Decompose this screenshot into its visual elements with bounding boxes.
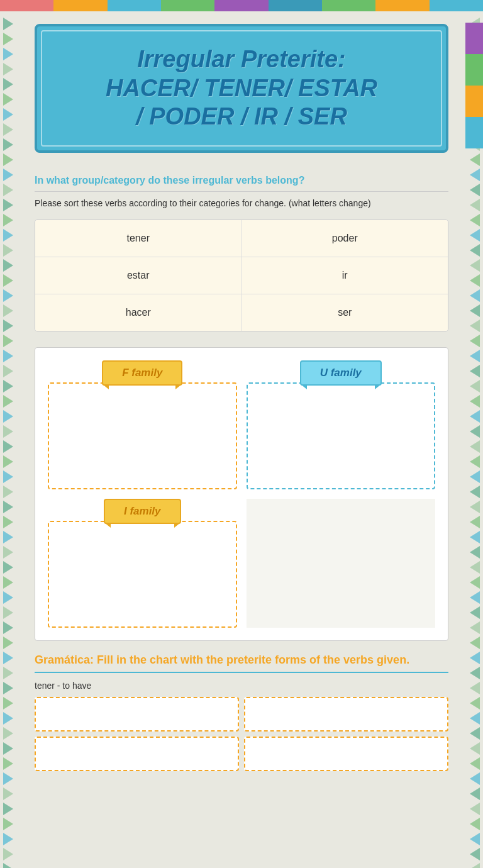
right-tri: [470, 652, 480, 664]
right-tri: [470, 757, 480, 770]
right-tri: [470, 259, 480, 272]
f-family-label: F family: [102, 360, 182, 386]
right-tri: [470, 123, 480, 136]
right-tri: [470, 576, 480, 589]
left-tri: [3, 108, 13, 121]
banner-seg-8: [375, 0, 429, 11]
left-tri: [3, 48, 13, 60]
verb-cell-poder[interactable]: poder: [242, 220, 448, 257]
right-tri: [470, 546, 480, 559]
u-family-banner: U family: [247, 360, 436, 386]
right-tri: [470, 184, 480, 196]
i-family-label: I family: [104, 499, 181, 524]
top-banner: [0, 0, 483, 11]
left-tri: [3, 123, 13, 136]
left-tri: [3, 637, 13, 649]
right-tri: [470, 78, 480, 91]
left-tri: [3, 229, 13, 242]
left-tri: [3, 757, 13, 770]
left-tri: [3, 455, 13, 468]
right-tri: [470, 486, 480, 498]
left-tri: [3, 486, 13, 498]
right-tri: [470, 93, 480, 106]
i-family-banner: I family: [48, 499, 237, 524]
conj-cell-1[interactable]: [35, 697, 239, 732]
left-tri: [3, 425, 13, 438]
banner-seg-4: [161, 0, 214, 11]
f-family-dropzone[interactable]: [48, 382, 237, 489]
verb-cell-ser[interactable]: ser: [242, 294, 448, 331]
left-tri: [3, 561, 13, 574]
right-tri: [470, 606, 480, 619]
banner-seg-2: [53, 0, 107, 11]
main-content: Irregular Preterite: HACER/ TENER/ ESTAR…: [35, 24, 448, 809]
left-tri: [3, 606, 13, 619]
i-family-right-empty: [247, 499, 436, 628]
right-tri: [470, 621, 480, 634]
u-family-dropzone[interactable]: [247, 382, 436, 489]
right-tri: [470, 18, 480, 30]
right-tri: [470, 320, 480, 332]
right-tri: [470, 501, 480, 513]
verb-row-2: estar ir: [35, 257, 448, 294]
family-top-grid: F family U family: [48, 360, 435, 489]
verb-cell-tener[interactable]: tener: [35, 220, 242, 257]
conj-cell-4[interactable]: [244, 737, 448, 771]
banner-seg-7: [322, 0, 375, 11]
left-tri: [3, 18, 13, 30]
right-tri: [470, 274, 480, 287]
right-tri: [470, 199, 480, 211]
verb-cell-hacer[interactable]: hacer: [35, 294, 242, 331]
right-tri: [470, 787, 480, 800]
right-tri: [470, 591, 480, 604]
left-tri: [3, 652, 13, 664]
right-tri: [470, 697, 480, 709]
right-tri: [470, 425, 480, 438]
left-tri: [3, 742, 13, 755]
right-triangle-column: [452, 11, 483, 868]
right-tri: [470, 667, 480, 679]
right-tri: [470, 727, 480, 740]
i-family-dropzone[interactable]: [48, 521, 237, 628]
title-line1: Irregular Preterite:: [137, 46, 346, 72]
conj-cell-2[interactable]: [244, 697, 448, 732]
u-family-wrapper: U family: [247, 360, 436, 489]
left-tri: [3, 440, 13, 453]
verb-cell-ir[interactable]: ir: [242, 257, 448, 294]
left-tri: [3, 667, 13, 679]
left-tri: [3, 335, 13, 347]
section-instruction: Please sort these verbs according to the…: [35, 197, 448, 210]
conj-cell-3[interactable]: [35, 737, 239, 771]
right-tri: [470, 410, 480, 423]
verb-cell-estar[interactable]: estar: [35, 257, 242, 294]
left-tri: [3, 289, 13, 302]
u-family-label: U family: [300, 360, 382, 386]
right-tri: [470, 33, 480, 45]
right-tri: [470, 108, 480, 121]
left-tri: [3, 78, 13, 91]
right-tri: [470, 63, 480, 75]
left-tri: [3, 169, 13, 181]
left-tri: [3, 576, 13, 589]
right-tri: [470, 289, 480, 302]
page-title: Irregular Preterite: HACER/ TENER/ ESTAR…: [62, 45, 421, 131]
right-tri: [470, 335, 480, 347]
left-tri: [3, 33, 13, 45]
left-tri: [3, 516, 13, 528]
i-family-row: I family: [48, 499, 435, 628]
left-tri: [3, 93, 13, 106]
right-tri: [470, 304, 480, 317]
left-tri: [3, 365, 13, 377]
left-tri: [3, 199, 13, 211]
left-tri: [3, 410, 13, 423]
left-tri: [3, 304, 13, 317]
right-tri: [470, 637, 480, 649]
right-tri: [470, 169, 480, 181]
left-tri: [3, 501, 13, 513]
f-family-banner: F family: [48, 360, 237, 386]
right-tri: [470, 350, 480, 362]
title-card: Irregular Preterite: HACER/ TENER/ ESTAR…: [35, 24, 448, 153]
section-question: In what group/category do these irregula…: [35, 175, 448, 192]
gramatica-title: Gramática: Fill in the chart with the pr…: [35, 654, 448, 673]
left-tri: [3, 697, 13, 709]
